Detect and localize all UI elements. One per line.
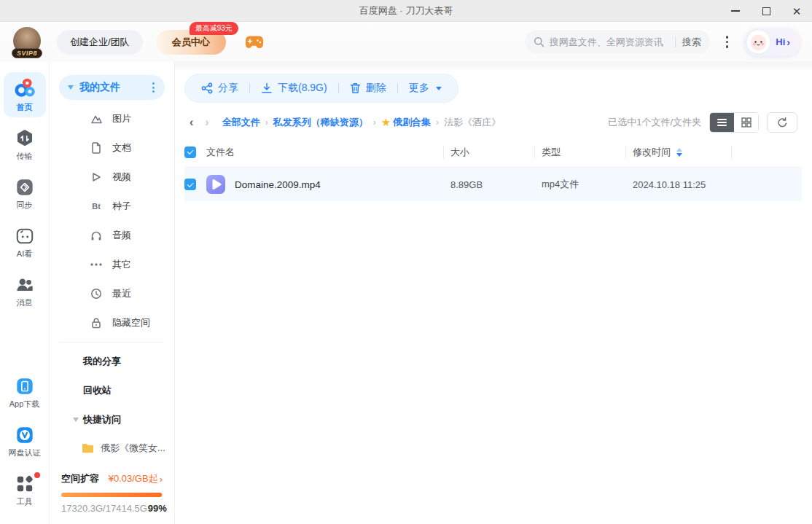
tools-icon: [15, 474, 34, 493]
storage-progress-fill: [61, 493, 162, 497]
share-button[interactable]: 分享: [201, 82, 238, 95]
nav-item-transfer[interactable]: 传输: [4, 124, 46, 166]
storage-panel: 空间扩容 ¥0.03/GB起 › 17320.3G/17414.5G 99%: [50, 465, 174, 524]
tree-item-quick-folder[interactable]: 俄影《微笑女...: [50, 434, 174, 462]
user-avatar[interactable]: SVIP8: [12, 27, 42, 58]
chevron-right-icon: ›: [160, 474, 163, 485]
search-box[interactable]: 搜索: [525, 30, 710, 54]
tree-item-recycle-bin[interactable]: 回收站: [50, 376, 174, 405]
folder-icon: [82, 443, 94, 453]
list-view-button[interactable]: [710, 113, 734, 132]
sync-icon: [15, 178, 34, 197]
star-icon: ★: [381, 116, 391, 129]
more-button[interactable]: 更多: [409, 82, 442, 95]
delete-button[interactable]: 删除: [350, 82, 386, 95]
play-icon: [90, 171, 103, 183]
messages-icon: [15, 275, 34, 294]
breadcrumb-all-files[interactable]: 全部文件: [222, 116, 260, 129]
svip-badge: SVIP8: [12, 48, 42, 58]
tree-item-videos[interactable]: 视频: [50, 163, 174, 192]
storage-price-link[interactable]: ¥0.03/GB起: [109, 472, 158, 485]
vip-center-button[interactable]: 会员中心 最高减93元: [156, 30, 226, 55]
column-header-size[interactable]: 大小: [443, 146, 534, 159]
refresh-icon: [777, 117, 788, 128]
table-row[interactable]: Domaine.2009.mp4 8.89GB mp4文件 2024.10.18…: [184, 168, 802, 201]
column-header-time[interactable]: 修改时间: [625, 146, 731, 159]
headphones-icon: [90, 230, 103, 241]
grid-view-button[interactable]: [734, 113, 758, 132]
bt-icon: Bt: [90, 202, 103, 211]
nav-item-tools[interactable]: 工具: [4, 469, 46, 512]
download-icon: [261, 82, 273, 94]
minimize-button[interactable]: [720, 0, 751, 22]
file-size: 8.89GB: [443, 179, 534, 190]
ellipsis-icon: [90, 263, 103, 266]
nav-item-ai-view[interactable]: AI看: [4, 222, 46, 264]
breadcrumb-series[interactable]: 私发系列（稀缺资源）: [273, 116, 368, 129]
share-icon: [201, 82, 213, 94]
tree-item-torrents[interactable]: Bt 种子: [50, 192, 174, 221]
storage-progress-bar: [61, 493, 163, 497]
more-menu-icon[interactable]: [722, 31, 733, 52]
notification-dot: [34, 472, 40, 478]
image-icon: [90, 113, 103, 125]
row-checkbox[interactable]: [184, 179, 196, 190]
column-header-type[interactable]: 类型: [534, 146, 625, 159]
tree-item-my-shares[interactable]: 我的分享: [50, 347, 174, 376]
file-table: 文件名 大小 类型 修改时间 Domaine.2009.mp4 8.89GB: [184, 137, 802, 201]
search-input[interactable]: [550, 36, 672, 47]
back-button[interactable]: ‹: [190, 117, 193, 128]
column-header-name[interactable]: 文件名: [206, 146, 443, 159]
tree-item-pictures[interactable]: 图片: [50, 104, 174, 133]
tree-divider: [60, 342, 164, 343]
maximize-button[interactable]: [751, 0, 781, 22]
create-team-button[interactable]: 创建企业/团队: [57, 30, 143, 55]
ai-view-icon: [15, 227, 34, 246]
search-icon: [534, 36, 544, 47]
tree-item-others[interactable]: 其它: [50, 250, 174, 279]
storage-percent: 99%: [148, 503, 167, 514]
breadcrumb-collection[interactable]: 俄剧合集: [393, 116, 431, 129]
file-type: mp4文件: [534, 178, 625, 191]
nav-item-sync[interactable]: 同步: [4, 173, 46, 215]
tree-item-my-files[interactable]: 我的文件: [59, 75, 165, 100]
discount-badge: 最高减93元: [190, 22, 238, 35]
header: SVIP8 创建企业/团队 会员中心 最高减93元 搜索: [0, 22, 812, 62]
search-button[interactable]: 搜索: [682, 36, 701, 49]
tree-list: 图片 文档 视频 Bt 种子 音频 其它: [50, 104, 174, 337]
select-all-checkbox[interactable]: [184, 146, 196, 158]
download-button[interactable]: 下载(8.9G): [261, 82, 327, 95]
tree-item-recent[interactable]: 最近: [50, 279, 174, 308]
view-toggle: [709, 112, 759, 133]
assistant-pill[interactable]: Hi ›: [744, 28, 800, 56]
trash-icon: [350, 82, 361, 94]
folder-tree-panel: 我的文件 图片 文档 视频 Bt 种子: [50, 62, 175, 524]
list-controls: 已选中1个文件/文件夹: [608, 112, 797, 133]
column-header-empty: [731, 137, 802, 167]
grid-view-icon: [741, 117, 752, 128]
my-files-menu-icon[interactable]: [151, 79, 156, 95]
breadcrumb-row: ‹ › 全部文件 › 私发系列（稀缺资源） › ★ 俄剧合集 › 法影《酒庄》 …: [190, 111, 797, 134]
list-view-icon: [717, 119, 727, 126]
storage-usage: 17320.3G/17414.5G: [61, 503, 147, 514]
nav-item-home[interactable]: 首页: [4, 72, 46, 117]
tree-item-quick-access[interactable]: 快捷访问: [50, 405, 174, 434]
sort-icon[interactable]: [676, 148, 682, 157]
close-button[interactable]: ✕: [781, 0, 812, 22]
file-modified-time: 2024.10.18 11:25: [625, 179, 731, 190]
transfer-icon: [15, 129, 34, 148]
search-divider: [675, 37, 676, 47]
forward-button[interactable]: ›: [205, 117, 208, 128]
breadcrumb-separator: ›: [436, 117, 439, 128]
nav-item-messages[interactable]: 消息: [4, 270, 46, 313]
file-name[interactable]: Domaine.2009.mp4: [235, 179, 321, 190]
game-icon[interactable]: [245, 35, 264, 49]
tree-item-documents[interactable]: 文档: [50, 133, 174, 163]
storage-expand-label: 空间扩容: [61, 472, 99, 485]
close-icon: ✕: [792, 6, 802, 17]
tree-item-hidden-space[interactable]: 隐藏空间: [50, 308, 174, 337]
nav-item-app-download[interactable]: App下载: [4, 372, 46, 414]
refresh-button[interactable]: [767, 112, 797, 133]
nav-item-verification[interactable]: 网盘认证: [4, 421, 46, 463]
tree-item-audio[interactable]: 音频: [50, 221, 174, 250]
